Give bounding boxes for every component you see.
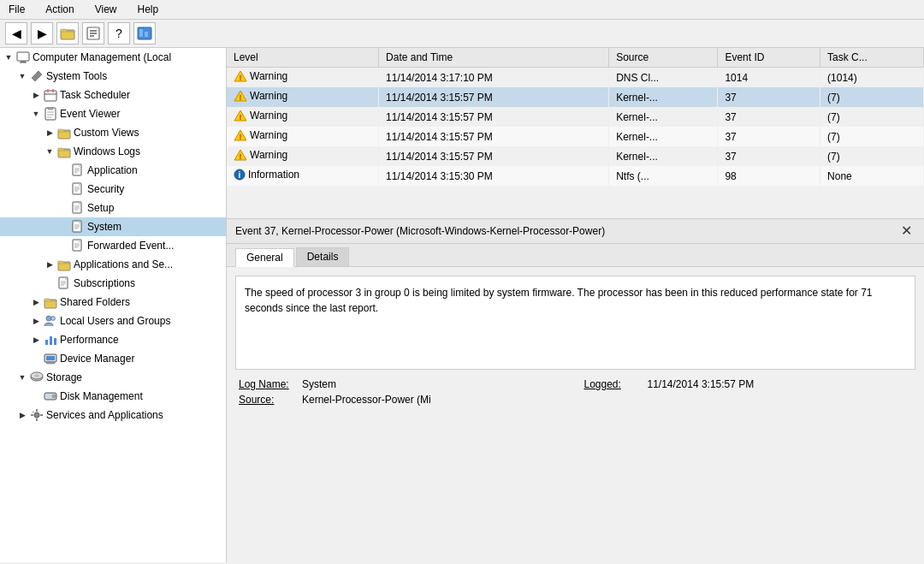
tree-item-custom-views[interactable]: ▶Custom Views: [0, 123, 226, 142]
cell-datetime-5: 11/14/2014 3:15:30 PM: [379, 166, 609, 186]
expander-computer-management[interactable]: ▼: [2, 50, 15, 64]
svg-point-51: [51, 317, 56, 321]
folder-button[interactable]: [56, 22, 79, 45]
expander-shared-folders[interactable]: ▶: [29, 295, 43, 309]
tree-label-application: Application: [87, 164, 138, 176]
expander-setup[interactable]: [56, 201, 70, 215]
tree-item-performance[interactable]: ▶Performance: [0, 330, 226, 349]
tree-item-windows-logs[interactable]: ▼Windows Logs: [0, 142, 226, 161]
tree-item-task-scheduler[interactable]: ▶Task Scheduler: [0, 86, 226, 104]
tree-label-computer-management: Computer Management (Local: [33, 51, 171, 63]
expander-services-and-apps[interactable]: ▶: [15, 408, 29, 422]
menu-file[interactable]: File: [5, 2, 28, 17]
detail-content: The speed of processor 3 in group 0 is b…: [227, 267, 924, 414]
expander-application[interactable]: [56, 163, 70, 177]
svg-text:!: !: [240, 133, 242, 141]
back-button[interactable]: ◀: [5, 22, 27, 45]
log-name-value: System: [302, 378, 336, 390]
tree-icon-local-users: [43, 313, 58, 329]
source-row: Source: Kernel-Processor-Power (Mi: [239, 394, 567, 406]
expander-device-manager[interactable]: [29, 352, 43, 365]
tree-item-device-manager[interactable]: Device Manager: [0, 349, 226, 368]
col-level[interactable]: Level: [227, 48, 379, 68]
cell-datetime-1: 11/14/2014 3:15:57 PM: [379, 87, 609, 107]
cell-datetime-0: 11/14/2014 3:17:10 PM: [379, 68, 609, 88]
expander-windows-logs[interactable]: ▼: [43, 145, 56, 158]
tree-item-system[interactable]: System: [0, 217, 226, 236]
help-button[interactable]: ?: [108, 22, 130, 45]
tree-item-application[interactable]: Application: [0, 161, 226, 180]
svg-rect-16: [52, 89, 54, 92]
table-row[interactable]: !Warning11/14/2014 3:15:57 PMKernel-...3…: [227, 127, 924, 146]
logged-row: Logged: 11/14/2014 3:15:57 PM: [584, 378, 913, 390]
tree-icon-system: [70, 219, 86, 235]
expander-system[interactable]: [56, 220, 70, 234]
cell-eventid-1: 37: [718, 87, 820, 107]
show-button[interactable]: [133, 22, 156, 45]
col-eventid[interactable]: Event ID: [718, 48, 820, 68]
toolbar: ◀ ▶ ?: [0, 20, 924, 48]
tree-item-local-users[interactable]: ▶Local Users and Groups: [0, 312, 226, 330]
cell-eventid-0: 1014: [718, 68, 820, 88]
tree-item-system-tools[interactable]: ▼System Tools: [0, 67, 226, 86]
menu-action[interactable]: Action: [42, 2, 77, 17]
tree-label-apps-and-services: Applications and Se...: [74, 258, 173, 270]
expander-apps-and-services[interactable]: ▶: [43, 258, 56, 271]
svg-point-63: [34, 413, 39, 418]
expander-custom-views[interactable]: ▶: [43, 126, 56, 140]
log-name-label: Log Name:: [239, 378, 299, 390]
expander-task-scheduler[interactable]: ▶: [29, 88, 43, 102]
source-label: Source:: [239, 394, 299, 406]
col-datetime[interactable]: Date and Time: [379, 48, 609, 68]
tree-item-storage[interactable]: ▼Storage: [0, 368, 226, 387]
expander-disk-management[interactable]: [29, 389, 43, 403]
cell-source-1: Kernel-...: [609, 87, 718, 107]
table-row[interactable]: iInformation11/14/2014 3:15:30 PMNtfs (.…: [227, 166, 924, 186]
table-row[interactable]: !Warning11/14/2014 3:15:57 PMKernel-...3…: [227, 146, 924, 166]
close-button[interactable]: ✕: [897, 224, 915, 238]
expander-performance[interactable]: ▶: [29, 333, 43, 347]
source-value: Kernel-Processor-Power (Mi: [302, 394, 431, 406]
tree-label-subscriptions: Subscriptions: [74, 277, 135, 289]
tree-item-setup[interactable]: Setup: [0, 199, 226, 217]
svg-rect-54: [54, 338, 56, 345]
menu-help[interactable]: Help: [134, 2, 163, 17]
tree-icon-apps-and-services: [56, 257, 72, 272]
tree-item-services-and-apps[interactable]: ▶Services and Applications: [0, 406, 226, 424]
tree-item-subscriptions[interactable]: Subscriptions: [0, 274, 226, 293]
menu-view[interactable]: View: [92, 2, 121, 17]
svg-rect-18: [48, 107, 53, 110]
cell-task-2: (7): [820, 107, 924, 127]
detail-tabs: General Details: [227, 244, 924, 267]
table-row[interactable]: !Warning11/14/2014 3:17:10 PMDNS Cl...10…: [227, 68, 924, 88]
expander-storage[interactable]: ▼: [15, 371, 29, 384]
event-detail: Event 37, Kernel-Processor-Power (Micros…: [227, 219, 924, 562]
expander-security[interactable]: [56, 182, 70, 196]
tree-item-apps-and-services[interactable]: ▶Applications and Se...: [0, 255, 226, 274]
expander-system-tools[interactable]: ▼: [15, 69, 29, 83]
properties-button[interactable]: [82, 22, 104, 45]
tree-item-computer-management[interactable]: ▼Computer Management (Local: [0, 48, 226, 67]
svg-rect-56: [46, 356, 55, 360]
tree-item-shared-folders[interactable]: ▶Shared Folders: [0, 293, 226, 312]
expander-forwarded-events[interactable]: [56, 239, 70, 252]
col-source[interactable]: Source: [609, 48, 718, 68]
tree-item-event-viewer[interactable]: ▼Event Viewer: [0, 104, 226, 123]
expander-event-viewer[interactable]: ▼: [29, 107, 43, 121]
forward-button[interactable]: ▶: [31, 22, 53, 45]
cell-level-3: !Warning: [227, 127, 379, 146]
table-row[interactable]: !Warning11/14/2014 3:15:57 PMKernel-...3…: [227, 107, 924, 127]
tree-label-shared-folders: Shared Folders: [60, 296, 130, 308]
tree-item-disk-management[interactable]: Disk Management: [0, 387, 226, 406]
tab-details[interactable]: Details: [296, 247, 350, 266]
cell-level-1: !Warning: [227, 87, 379, 107]
expander-subscriptions[interactable]: [43, 276, 56, 290]
expander-local-users[interactable]: ▶: [29, 314, 43, 328]
detail-title: Event 37, Kernel-Processor-Power (Micros…: [235, 225, 605, 237]
logged-value: 11/14/2014 3:15:57 PM: [648, 378, 755, 390]
tree-item-forwarded-events[interactable]: Forwarded Event...: [0, 236, 226, 255]
col-task[interactable]: Task C...: [820, 48, 924, 68]
table-row[interactable]: !Warning11/14/2014 3:15:57 PMKernel-...3…: [227, 87, 924, 107]
tree-item-security[interactable]: Security: [0, 180, 226, 199]
tab-general[interactable]: General: [235, 248, 294, 267]
